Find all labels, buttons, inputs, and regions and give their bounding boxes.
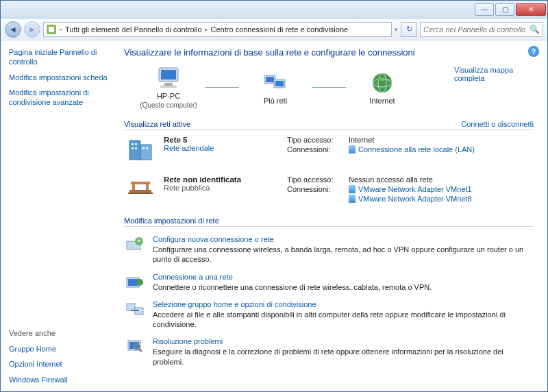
svg-rect-32 (127, 304, 135, 310)
sidebar-link-firewall[interactable]: Windows Firewall (9, 375, 109, 384)
network-type-label: Rete pubblica (164, 184, 280, 192)
map-node-internet: Internet (351, 71, 413, 105)
chevron-right-icon: ▸ (205, 26, 208, 33)
svg-rect-25 (128, 193, 153, 194)
sidebar-link-sharing[interactable]: Modifica impostazioni di condivisione av… (9, 88, 109, 108)
svg-rect-9 (275, 81, 284, 86)
help-icon[interactable]: ? (528, 46, 539, 57)
close-button[interactable]: ✕ (516, 3, 546, 16)
work-network-icon (124, 136, 157, 164)
maximize-button[interactable]: ▢ (495, 3, 514, 16)
network-name: Rete non identificata (164, 175, 280, 184)
map-connector (205, 87, 239, 88)
svg-rect-5 (160, 86, 177, 88)
svg-rect-30 (128, 279, 138, 286)
map-node-sublabel: (Questo computer) (140, 101, 197, 109)
sidebar-link-home[interactable]: Pagina iniziale Pannello di controllo (9, 47, 109, 67)
map-node-multi-net: Più reti (245, 71, 306, 105)
page-title: Visualizzare le informazioni di base sul… (124, 47, 534, 58)
connection-link-lan[interactable]: Connessione alla rete locale (LAN) (349, 145, 475, 154)
task-desc: Configurare una connessione wireless, a … (153, 245, 534, 265)
main-content: ? Visualizzare le informazioni di base s… (117, 40, 547, 391)
svg-rect-19 (142, 147, 145, 149)
svg-rect-7 (266, 77, 274, 82)
access-type-label: Tipo accesso: (287, 136, 349, 144)
sidebar-link-internet-options[interactable]: Opzioni Internet (9, 359, 109, 369)
public-network-icon (124, 175, 157, 204)
task-connect: Connessione a una reteConnettere o ricon… (124, 269, 534, 296)
search-box[interactable]: 🔍 (420, 22, 543, 37)
search-input[interactable] (423, 25, 530, 34)
sidebar-link-adapter[interactable]: Modifica impostazioni scheda (9, 73, 109, 82)
task-link[interactable]: Configura nuova connessione o rete (153, 235, 274, 243)
sidebar: Pagina iniziale Pannello di controllo Mo… (1, 40, 117, 391)
dropdown-icon[interactable]: ▾ (395, 26, 398, 33)
svg-rect-18 (135, 147, 137, 149)
sidebar-link-homegroup[interactable]: Gruppo Home (9, 344, 109, 354)
globe-icon (369, 71, 396, 95)
svg-rect-3 (161, 70, 176, 79)
full-map-link[interactable]: Visualizza mappa completa (454, 66, 534, 82)
refresh-button[interactable]: ↻ (401, 22, 417, 37)
network-block: Rete 5 Rete aziendale Tipo accesso:Inter… (124, 130, 534, 170)
access-type-label: Tipo accesso: (287, 175, 349, 184)
task-new-connection: + Configura nuova connessione o reteConf… (124, 231, 534, 269)
task-homegroup: Selezione gruppo home e opzioni di condi… (124, 296, 534, 334)
map-node-label: HP-PC (157, 92, 180, 100)
network-name: Rete 5 (164, 136, 280, 144)
access-type-value: Nessun accesso alla rete (349, 175, 433, 184)
svg-rect-21 (129, 190, 151, 193)
connections-label: Connessioni: (287, 145, 349, 154)
network-block: Rete non identificata Rete pubblica Tipo… (124, 170, 534, 210)
svg-rect-15 (132, 143, 134, 145)
chevron-icon: « (59, 26, 62, 33)
svg-rect-24 (131, 182, 150, 184)
breadcrumb-item[interactable]: Tutti gli elementi del Pannello di contr… (65, 25, 202, 34)
nic-icon (349, 195, 356, 203)
svg-rect-1 (49, 27, 54, 32)
svg-rect-20 (146, 147, 148, 149)
nic-icon (349, 185, 356, 193)
map-node-label: Internet (369, 97, 395, 105)
task-desc: Connettere o riconnettere una connession… (153, 282, 534, 292)
connect-icon (124, 273, 146, 292)
homegroup-icon (124, 300, 146, 319)
svg-point-31 (136, 279, 143, 286)
forward-button[interactable]: ► (24, 21, 40, 38)
minimize-button[interactable]: — (475, 3, 494, 16)
connection-link-vmnet8[interactable]: VMware Network Adapter VMnet8 (349, 195, 472, 203)
svg-text:+: + (137, 236, 141, 245)
search-icon[interactable]: 🔍 (530, 25, 540, 34)
nic-icon (349, 145, 356, 154)
svg-rect-14 (140, 145, 151, 160)
task-desc: Eseguire la diagnosi e la correzione di … (153, 347, 534, 367)
control-panel-icon (47, 25, 56, 34)
breadcrumb-item[interactable]: Centro connessioni di rete e condivision… (211, 25, 349, 34)
see-also-header: Vedere anche (9, 329, 109, 337)
task-link[interactable]: Selezione gruppo home e opzioni di condi… (153, 300, 316, 308)
connection-link-vmnet1[interactable]: VMware Network Adapter VMnet1 (349, 185, 472, 193)
map-node-label: Più reti (264, 97, 287, 105)
map-connector (312, 87, 346, 88)
new-connection-icon: + (124, 235, 146, 254)
troubleshoot-icon (124, 337, 146, 356)
task-troubleshoot: Risoluzione problemiEseguire la diagnosi… (124, 333, 534, 371)
network-icon (262, 71, 289, 95)
active-networks-header: Visualizza reti attive (124, 120, 190, 128)
network-type-link[interactable]: Rete aziendale (164, 144, 214, 152)
task-link[interactable]: Risoluzione problemi (153, 337, 223, 345)
address-bar[interactable]: « Tutti gli elementi del Pannello di con… (43, 22, 392, 37)
connect-disconnect-link[interactable]: Connetti o disconnetti (461, 120, 534, 128)
svg-rect-4 (164, 83, 173, 86)
task-link[interactable]: Connessione a una rete (153, 273, 233, 281)
computer-icon (155, 66, 182, 90)
back-button[interactable]: ◄ (5, 21, 21, 38)
change-settings-header: Modifica impostazioni di rete (124, 217, 219, 225)
svg-rect-17 (132, 147, 134, 149)
map-node-this-pc: HP-PC (Questo computer) (138, 66, 199, 109)
svg-rect-16 (135, 143, 137, 145)
access-type-value: Internet (349, 136, 374, 144)
window: — ▢ ✕ ◄ ► « Tutti gli elementi del Panne… (0, 0, 548, 392)
titlebar: — ▢ ✕ (1, 1, 547, 19)
svg-point-10 (373, 73, 392, 93)
